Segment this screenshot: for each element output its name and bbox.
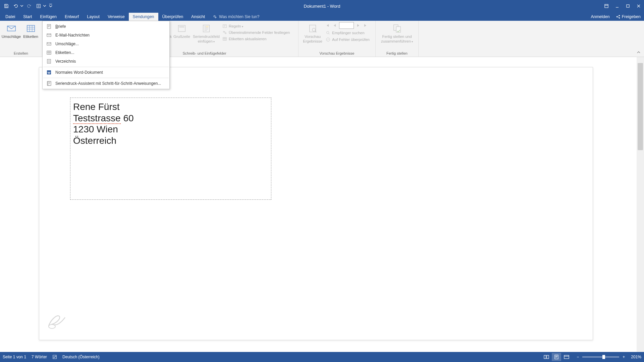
status-page[interactable]: Seite 1 von 1 [3,355,26,359]
status-proofing[interactable] [52,355,57,359]
svg-rect-42 [544,355,546,359]
svg-rect-20 [178,25,185,32]
greeting-icon [177,23,187,34]
preview-results-button[interactable]: Vorschau Ergebnisse [303,22,322,44]
svg-rect-24 [223,38,227,41]
sign-in-link[interactable]: Anmelden [591,14,609,19]
address-line-2[interactable]: Teststrasse 60 [73,113,268,124]
group-label-preview: Vorschau Ergebnisse [320,51,355,56]
qat-customize-dropdown[interactable] [43,2,46,10]
undo-button[interactable] [12,2,19,10]
menu-letters[interactable]: Briefe [43,22,169,31]
insert-merge-field-button[interactable]: Seriendruckfeld einfügen [192,22,221,44]
touch-mode-button[interactable] [35,2,42,10]
start-merge-dropdown: Briefe E-Mail-Nachrichten Umschläge... E… [42,21,170,89]
directory-icon [46,58,52,64]
close-button[interactable] [633,0,644,12]
match-fields-button[interactable]: Übereinstimmende Felder festlegen [221,30,291,35]
labels-small-icon [46,50,52,56]
svg-point-40 [49,324,55,328]
svg-rect-33 [47,43,51,45]
labels-icon [26,23,36,34]
insert-field-icon [201,23,211,34]
address-line-1[interactable]: Rene Fürst [73,101,268,113]
svg-rect-3 [605,4,608,8]
svg-rect-1 [5,6,7,8]
tell-me-placeholder: Was möchten Sie tun? [219,14,259,19]
ribbon-display-options[interactable] [601,0,612,12]
svg-point-27 [327,32,329,34]
check-errors-button[interactable]: Auf Fehler überprüfen [324,37,371,42]
svg-point-6 [616,16,618,17]
zoom-in-button[interactable]: + [621,355,626,359]
menu-wizard[interactable]: Seriendruck-Assistent mit Schritt-für-Sc… [43,79,169,88]
view-print-layout[interactable] [552,353,561,361]
preview-icon [308,23,318,34]
svg-text:W: W [48,71,51,74]
tab-start[interactable]: Start [19,13,36,21]
status-language[interactable]: Deutsch (Österreich) [62,355,100,359]
svg-rect-10 [27,25,35,32]
collapse-ribbon-button[interactable] [636,50,641,55]
svg-rect-22 [206,26,209,27]
tab-mailings[interactable]: Sendungen [129,13,158,21]
svg-rect-43 [547,355,549,359]
svg-rect-31 [47,24,51,28]
tab-layout[interactable]: Layout [83,13,104,21]
redo-button[interactable] [25,2,33,10]
save-button[interactable] [3,2,10,10]
tab-view[interactable]: Ansicht [187,13,209,21]
undo-dropdown[interactable] [20,2,23,10]
envelope-icon [6,23,16,34]
envelopes-button[interactable]: Umschläge [2,22,21,39]
svg-rect-23 [223,25,227,28]
labels-button[interactable]: Etiketten [21,22,41,39]
wizard-icon [46,80,52,86]
rules-button[interactable]: Regeln [221,23,291,29]
tell-me-search[interactable]: Was möchten Sie tun? [213,14,259,21]
update-labels-button[interactable]: Etiketten aktualisieren [221,36,291,42]
letter-icon [46,23,52,29]
status-words[interactable]: 7 Wörter [32,355,47,359]
tab-references[interactable]: Verweise [104,13,129,21]
svg-rect-34 [47,51,51,54]
minimize-button[interactable] [612,0,623,12]
menu-envelopes[interactable]: Umschläge... [43,40,169,48]
first-record-button[interactable] [324,22,330,28]
zoom-out-button[interactable]: − [575,355,580,359]
tab-review[interactable]: Überprüfen [158,13,187,21]
address-line-4[interactable]: Österreich [73,135,268,146]
tab-insert[interactable]: Einfügen [36,13,61,21]
menu-labels[interactable]: Etiketten... [43,48,169,57]
document-page[interactable]: Rene Fürst Teststrasse 60 1230 Wien Öste… [39,67,593,340]
svg-rect-44 [555,355,558,359]
vertical-scrollbar[interactable] [637,57,644,352]
prev-record-button[interactable] [332,22,338,28]
find-recipient-button[interactable]: Empfänger suchen [324,30,371,36]
maximize-button[interactable] [623,0,633,12]
menu-directory[interactable]: Verzeichnis [43,57,169,66]
tab-design[interactable]: Entwurf [61,13,83,21]
address-text-frame[interactable]: Rene Fürst Teststrasse 60 1230 Wien Öste… [70,98,271,200]
greeting-line-button[interactable]: Grußzeile [172,22,192,39]
menu-normal-doc[interactable]: W Normales Word-Dokument [43,68,169,77]
finish-merge-button[interactable]: Fertig stellen und zusammenführen [379,22,416,44]
tab-file[interactable]: Datei [1,13,19,21]
menu-email[interactable]: E-Mail-Nachrichten [43,31,169,40]
finish-icon [392,23,402,34]
scrollbar-thumb[interactable] [638,63,643,150]
zoom-slider[interactable] [582,356,619,358]
svg-point-8 [619,17,620,19]
next-record-button[interactable] [355,22,361,28]
record-nav [324,22,371,29]
group-label-write: Schreib- und Einfügefelder [182,51,226,56]
view-read-mode[interactable] [542,353,551,361]
last-record-button[interactable] [363,22,369,28]
address-line-3[interactable]: 1230 Wien [73,124,268,135]
view-web-layout[interactable] [562,353,571,361]
qat-more[interactable] [48,2,53,10]
record-number-input[interactable] [339,22,354,29]
zoom-level[interactable]: 201% [631,355,641,359]
email-icon [46,32,52,38]
share-button[interactable]: Freigeben [616,14,641,19]
